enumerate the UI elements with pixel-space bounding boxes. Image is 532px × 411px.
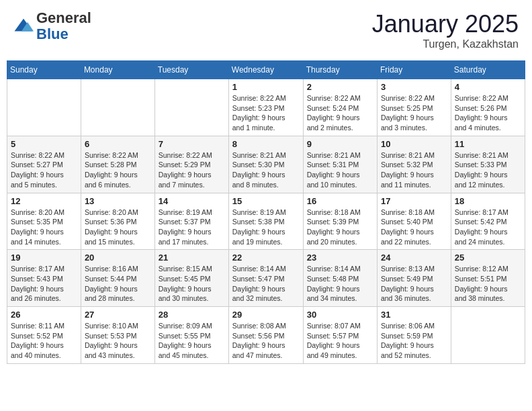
day-number: 12 [11, 196, 77, 206]
day-info: Sunrise: 8:11 AM Sunset: 5:52 PM Dayligh… [11, 321, 77, 361]
day-info: Sunrise: 8:17 AM Sunset: 5:42 PM Dayligh… [455, 208, 521, 247]
calendar-cell: 3Sunrise: 8:22 AM Sunset: 5:25 PM Daylig… [377, 79, 451, 136]
day-info: Sunrise: 8:09 AM Sunset: 5:55 PM Dayligh… [159, 321, 225, 361]
calendar-cell: 21Sunrise: 8:15 AM Sunset: 5:45 PM Dayli… [154, 250, 228, 307]
calendar-cell: 17Sunrise: 8:18 AM Sunset: 5:40 PM Dayli… [377, 193, 451, 250]
logo: General Blue [13, 10, 91, 42]
day-number: 1 [232, 82, 300, 92]
logo-icon [13, 16, 34, 36]
calendar-week-row: 5Sunrise: 8:22 AM Sunset: 5:27 PM Daylig… [7, 136, 525, 193]
day-info: Sunrise: 8:21 AM Sunset: 5:31 PM Dayligh… [307, 150, 373, 190]
calendar-cell [451, 307, 525, 364]
calendar-cell [7, 79, 81, 136]
day-number: 6 [85, 139, 151, 149]
weekday-header: Wednesday [228, 61, 303, 79]
day-number: 27 [85, 310, 151, 320]
day-number: 2 [307, 82, 373, 92]
day-number: 23 [307, 253, 373, 263]
calendar-week-row: 19Sunrise: 8:17 AM Sunset: 5:43 PM Dayli… [7, 250, 525, 307]
day-info: Sunrise: 8:22 AM Sunset: 5:27 PM Dayligh… [11, 150, 77, 190]
weekday-header: Sunday [7, 61, 81, 79]
weekday-header: Monday [81, 61, 154, 79]
calendar-cell: 20Sunrise: 8:16 AM Sunset: 5:44 PM Dayli… [81, 250, 154, 307]
day-info: Sunrise: 8:07 AM Sunset: 5:57 PM Dayligh… [307, 321, 373, 361]
day-info: Sunrise: 8:19 AM Sunset: 5:37 PM Dayligh… [159, 208, 225, 247]
day-info: Sunrise: 8:22 AM Sunset: 5:28 PM Dayligh… [85, 150, 151, 190]
day-number: 18 [455, 196, 521, 206]
title-block: January 2025 Turgen, Kazakhstan [372, 10, 519, 50]
calendar-week-row: 12Sunrise: 8:20 AM Sunset: 5:35 PM Dayli… [7, 193, 525, 250]
day-info: Sunrise: 8:18 AM Sunset: 5:39 PM Dayligh… [307, 208, 373, 247]
day-info: Sunrise: 8:14 AM Sunset: 5:47 PM Dayligh… [232, 264, 300, 304]
day-number: 20 [85, 253, 151, 263]
day-info: Sunrise: 8:18 AM Sunset: 5:40 PM Dayligh… [381, 208, 447, 247]
calendar-cell: 8Sunrise: 8:21 AM Sunset: 5:30 PM Daylig… [228, 136, 303, 193]
day-number: 15 [232, 196, 300, 206]
logo-text: General Blue [36, 10, 91, 42]
day-number: 30 [307, 310, 373, 320]
day-number: 26 [11, 310, 77, 320]
logo-blue: Blue [36, 26, 69, 42]
day-number: 10 [381, 139, 447, 149]
calendar-cell: 6Sunrise: 8:22 AM Sunset: 5:28 PM Daylig… [81, 136, 154, 193]
day-info: Sunrise: 8:06 AM Sunset: 5:59 PM Dayligh… [381, 321, 447, 361]
calendar-cell: 15Sunrise: 8:19 AM Sunset: 5:38 PM Dayli… [228, 193, 303, 250]
month-title: January 2025 [372, 10, 519, 38]
day-info: Sunrise: 8:20 AM Sunset: 5:36 PM Dayligh… [85, 208, 151, 247]
calendar-table: SundayMondayTuesdayWednesdayThursdayFrid… [7, 60, 525, 364]
day-info: Sunrise: 8:22 AM Sunset: 5:25 PM Dayligh… [381, 93, 447, 133]
calendar-cell: 28Sunrise: 8:09 AM Sunset: 5:55 PM Dayli… [154, 307, 228, 364]
day-number: 13 [85, 196, 151, 206]
day-info: Sunrise: 8:21 AM Sunset: 5:32 PM Dayligh… [381, 150, 447, 190]
day-info: Sunrise: 8:21 AM Sunset: 5:33 PM Dayligh… [455, 150, 521, 190]
day-number: 22 [232, 253, 300, 263]
day-number: 28 [159, 310, 225, 320]
weekday-header: Tuesday [154, 61, 228, 79]
day-number: 5 [11, 139, 77, 149]
day-info: Sunrise: 8:21 AM Sunset: 5:30 PM Dayligh… [232, 150, 300, 190]
day-info: Sunrise: 8:22 AM Sunset: 5:24 PM Dayligh… [307, 93, 373, 133]
day-info: Sunrise: 8:22 AM Sunset: 5:23 PM Dayligh… [232, 93, 300, 133]
day-number: 19 [11, 253, 77, 263]
calendar-week-row: 26Sunrise: 8:11 AM Sunset: 5:52 PM Dayli… [7, 307, 525, 364]
calendar-cell: 13Sunrise: 8:20 AM Sunset: 5:36 PM Dayli… [81, 193, 154, 250]
calendar-week-row: 1Sunrise: 8:22 AM Sunset: 5:23 PM Daylig… [7, 79, 525, 136]
day-info: Sunrise: 8:22 AM Sunset: 5:29 PM Dayligh… [159, 150, 225, 190]
calendar-cell: 10Sunrise: 8:21 AM Sunset: 5:32 PM Dayli… [377, 136, 451, 193]
day-info: Sunrise: 8:22 AM Sunset: 5:26 PM Dayligh… [455, 93, 521, 133]
calendar-cell: 12Sunrise: 8:20 AM Sunset: 5:35 PM Dayli… [7, 193, 81, 250]
weekday-header-row: SundayMondayTuesdayWednesdayThursdayFrid… [7, 61, 525, 79]
calendar-cell: 7Sunrise: 8:22 AM Sunset: 5:29 PM Daylig… [154, 136, 228, 193]
calendar-cell: 5Sunrise: 8:22 AM Sunset: 5:27 PM Daylig… [7, 136, 81, 193]
weekday-header: Thursday [303, 61, 377, 79]
calendar-cell: 30Sunrise: 8:07 AM Sunset: 5:57 PM Dayli… [303, 307, 377, 364]
day-number: 7 [159, 139, 225, 149]
calendar-cell: 9Sunrise: 8:21 AM Sunset: 5:31 PM Daylig… [303, 136, 377, 193]
day-info: Sunrise: 8:17 AM Sunset: 5:43 PM Dayligh… [11, 264, 77, 304]
day-number: 24 [381, 253, 447, 263]
day-number: 29 [232, 310, 300, 320]
day-number: 17 [381, 196, 447, 206]
calendar-cell [154, 79, 228, 136]
calendar-cell: 27Sunrise: 8:10 AM Sunset: 5:53 PM Dayli… [81, 307, 154, 364]
day-info: Sunrise: 8:15 AM Sunset: 5:45 PM Dayligh… [159, 264, 225, 304]
day-number: 9 [307, 139, 373, 149]
calendar-cell: 16Sunrise: 8:18 AM Sunset: 5:39 PM Dayli… [303, 193, 377, 250]
day-number: 21 [159, 253, 225, 263]
calendar-cell: 25Sunrise: 8:12 AM Sunset: 5:51 PM Dayli… [451, 250, 525, 307]
day-number: 11 [455, 139, 521, 149]
location-title: Turgen, Kazakhstan [372, 38, 519, 50]
calendar-cell: 31Sunrise: 8:06 AM Sunset: 5:59 PM Dayli… [377, 307, 451, 364]
calendar-cell [81, 79, 154, 136]
day-info: Sunrise: 8:16 AM Sunset: 5:44 PM Dayligh… [85, 264, 151, 304]
logo-general: General [36, 9, 91, 26]
day-info: Sunrise: 8:14 AM Sunset: 5:48 PM Dayligh… [307, 264, 373, 304]
weekday-header: Saturday [451, 61, 525, 79]
calendar-cell: 14Sunrise: 8:19 AM Sunset: 5:37 PM Dayli… [154, 193, 228, 250]
day-info: Sunrise: 8:10 AM Sunset: 5:53 PM Dayligh… [85, 321, 151, 361]
calendar-cell: 11Sunrise: 8:21 AM Sunset: 5:33 PM Dayli… [451, 136, 525, 193]
calendar-cell: 26Sunrise: 8:11 AM Sunset: 5:52 PM Dayli… [7, 307, 81, 364]
day-info: Sunrise: 8:20 AM Sunset: 5:35 PM Dayligh… [11, 208, 77, 247]
calendar-cell: 2Sunrise: 8:22 AM Sunset: 5:24 PM Daylig… [303, 79, 377, 136]
day-number: 8 [232, 139, 300, 149]
